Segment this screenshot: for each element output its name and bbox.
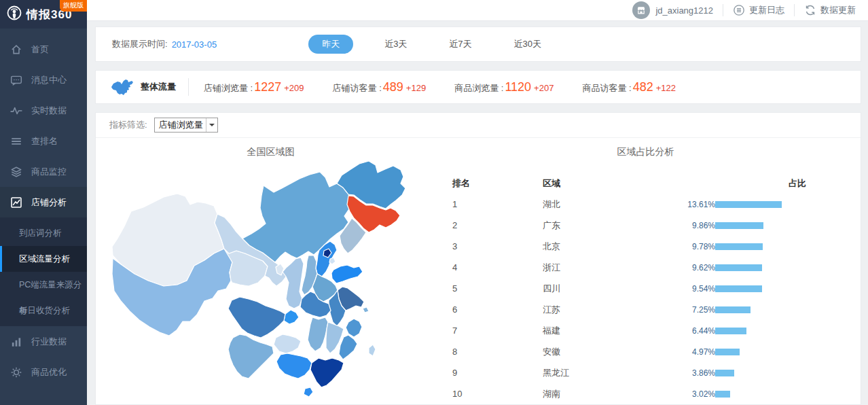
sidebar-item-label: 店铺分析: [31, 196, 67, 209]
logo-badge: 旗舰版: [60, 0, 87, 12]
changelog-button[interactable]: 更新日志: [733, 4, 784, 16]
ratio-value: 9.86%: [647, 221, 715, 230]
ratio-bar: [715, 264, 762, 271]
ratio-bar-cell: [715, 243, 844, 250]
metric-label: 商品访客量 :: [582, 82, 631, 94]
rank-check-icon: [10, 135, 23, 148]
sidebar-item-product-monitor[interactable]: 商品监控: [0, 156, 87, 187]
refresh-icon: [804, 4, 816, 16]
province-shaanxi[interactable]: [283, 258, 304, 309]
sidebar-subitem-store-word-analysis[interactable]: 到店词分析: [0, 220, 87, 246]
refresh-label: 数据更新: [820, 4, 856, 16]
table-row: 3北京9.78%: [447, 236, 844, 257]
logo[interactable]: 情报360 旗舰版: [0, 0, 87, 29]
ratio-bar: [715, 201, 782, 208]
rank-cell: 8: [447, 347, 539, 357]
ratio-value: 6.44%: [647, 326, 715, 336]
date-filter-card: 数据展示时间: 2017-03-05 昨天近3天近7天近30天: [95, 27, 861, 62]
ratio-bar: [715, 391, 730, 398]
ratio-bar-cell: [715, 285, 844, 292]
overall-traffic-card: 整体流量 店铺浏览量 :1227+209店铺访客量 :489+129商品浏览量 …: [95, 70, 861, 104]
province-hainan[interactable]: [304, 387, 313, 397]
rank-cell: 7: [447, 325, 539, 336]
sidebar-item-label: 首页: [31, 43, 49, 56]
ratio-value: 9.62%: [647, 263, 715, 272]
region-analysis-card: 指标筛选: 店铺浏览量 全国区域图: [95, 112, 861, 405]
metric-select[interactable]: 店铺浏览量: [154, 118, 218, 133]
province-sichuan[interactable]: [228, 297, 285, 338]
metric-label: 店铺浏览量 :: [204, 82, 253, 94]
industry-data-icon: [10, 335, 23, 349]
rank-cell: 9: [447, 368, 539, 378]
province-guangdong[interactable]: [310, 358, 344, 387]
region-ratio-panel: 区域占比分析 排名 区域 占比 1湖北13.61%2广东9.86%3北京9.78…: [446, 138, 861, 404]
china-mini-icon: [109, 78, 134, 96]
sidebar-item-shop-analysis[interactable]: 店铺分析: [0, 187, 87, 217]
region-cell: 安徽: [539, 346, 647, 358]
sidebar-item-rank-check[interactable]: 查排名: [0, 126, 87, 156]
province-taiwan[interactable]: [369, 345, 376, 356]
shop-analysis-icon: [10, 196, 23, 209]
province-shandong[interactable]: [331, 265, 363, 283]
rank-cell: 1: [447, 199, 539, 209]
overall-traffic-title: 整体流量: [141, 81, 176, 93]
table-body: 1湖北13.61%2广东9.86%3北京9.78%4浙江9.62%5四川9.54…: [447, 194, 844, 404]
ratio-value: 13.61%: [647, 200, 715, 209]
sidebar-item-product-optimize[interactable]: 商品优化: [0, 357, 87, 387]
metric: 商品浏览量 :1120+207: [454, 80, 554, 94]
province-zhejiang[interactable]: [346, 319, 362, 337]
province-tianjin[interactable]: [329, 258, 336, 264]
panels: 全国区域图: [96, 138, 861, 404]
region-cell: 四川: [539, 283, 647, 295]
table-row: 7福建6.44%: [447, 320, 844, 341]
sidebar-item-industry-data[interactable]: 行业数据: [0, 326, 87, 357]
province-guangxi[interactable]: [276, 353, 312, 378]
tab-yesterday[interactable]: 昨天: [308, 35, 353, 54]
province-hunan[interactable]: [308, 317, 328, 351]
province-guizhou[interactable]: [274, 334, 301, 353]
ratio-bar-cell: [715, 201, 844, 208]
data-refresh-button[interactable]: 数据更新: [804, 4, 856, 16]
table-row: 8安徽4.97%: [447, 341, 844, 362]
sidebar-submenu: 到店词分析区域流量分析PC端流量来源分析每日收货分析: [0, 217, 87, 326]
sidebar-item-label: 实时数据: [31, 105, 67, 117]
ratio-bar: [715, 285, 762, 292]
region-cell: 广东: [539, 219, 647, 232]
tab-last-30-days[interactable]: 近30天: [503, 35, 552, 54]
date-range-tabs: 昨天近3天近7天近30天: [308, 35, 552, 54]
ratio-bar-cell: [715, 264, 844, 271]
table-row: 5四川9.54%: [447, 278, 844, 299]
sidebar-subitem-daily-delivery-analysis[interactable]: 每日收货分析: [0, 298, 87, 323]
tab-last-3-days[interactable]: 近3天: [374, 35, 418, 54]
region-cell: 北京: [539, 241, 647, 253]
broadcast-logo-icon: [5, 5, 23, 24]
province-fujian[interactable]: [339, 335, 357, 359]
sidebar-subitem-pc-traffic-source-analysis[interactable]: PC端流量来源分析: [0, 272, 87, 298]
date-value[interactable]: 2017-03-05: [172, 39, 217, 50]
content: 数据展示时间: 2017-03-05 昨天近3天近7天近30天 整体流量 店铺浏…: [87, 21, 868, 405]
sidebar-item-label: 行业数据: [31, 336, 67, 348]
map-title: 全国区域图: [96, 146, 446, 161]
region-cell: 江苏: [539, 304, 647, 316]
user-menu[interactable]: jd_axiang1212: [632, 1, 713, 19]
ratio-bar-cell: [715, 391, 844, 398]
tab-last-7-days[interactable]: 近7天: [438, 35, 482, 54]
ratio-bar-cell: [715, 328, 844, 334]
topbar-right: jd_axiang1212 更新日志: [632, 1, 856, 19]
province-shanghai[interactable]: [363, 307, 369, 313]
sidebar-subitem-region-traffic-analysis[interactable]: 区域流量分析: [0, 246, 87, 272]
sidebar-item-label: 商品监控: [31, 166, 67, 178]
province-chongqing[interactable]: [284, 310, 299, 324]
sidebar-item-home[interactable]: 首页: [0, 34, 87, 65]
ratio-bar: [715, 370, 734, 376]
ratio-value: 7.25%: [647, 305, 715, 315]
store-avatar-icon: [632, 1, 650, 19]
province-yunnan[interactable]: [228, 334, 274, 378]
table-row: 1湖北13.61%: [447, 194, 844, 215]
realtime-data-icon: [10, 104, 23, 118]
ratio-bar: [715, 306, 751, 313]
sidebar-item-message-center[interactable]: 消息中心: [0, 65, 87, 95]
sidebar-item-label: 消息中心: [31, 74, 67, 86]
sidebar-item-realtime-data[interactable]: 实时数据: [0, 95, 87, 126]
metric-delta: +209: [284, 83, 304, 93]
